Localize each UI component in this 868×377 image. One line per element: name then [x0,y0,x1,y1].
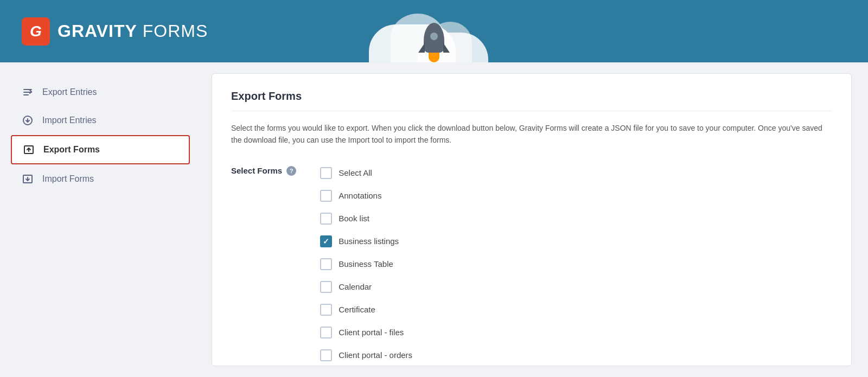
checkbox-book-list[interactable] [320,213,332,225]
form-label-business-table[interactable]: Business Table [339,259,393,269]
form-label-book-list[interactable]: Book list [339,214,369,223]
select-forms-label: Select Forms ? [231,163,296,176]
form-label-client-portal-orders[interactable]: Client portal - orders [339,350,412,360]
main-container: Export Entries Import Entries [0,62,868,377]
rocket-fin-right [443,43,450,53]
logo-text: GRAVITY FORMS [58,21,208,41]
content-card: Export Forms Select the forms you would … [212,73,852,366]
form-label-calendar[interactable]: Calendar [339,282,372,291]
description-text: Select the forms you would like to expor… [231,122,832,146]
export-entries-icon [22,86,34,98]
form-label-business-listings[interactable]: Business listings [339,237,399,246]
form-label-annotations[interactable]: Annotations [339,191,381,200]
form-item-calendar: Calendar [318,277,832,297]
checkbox-calendar[interactable] [320,281,332,293]
sidebar-item-import-forms[interactable]: Import Forms [11,165,190,193]
checkbox-business-table[interactable] [320,258,332,270]
rocket-fin-left [418,43,425,53]
rocket-flame [429,52,439,62]
sidebar-item-export-forms[interactable]: Export Forms [11,135,190,164]
form-item-client-portal-orders: Client portal - orders [318,345,832,366]
sidebar: Export Entries Import Entries [0,62,201,377]
import-entries-icon [22,114,34,126]
form-label-client-portal-files[interactable]: Client portal - files [339,328,404,337]
checkbox-annotations[interactable] [320,190,332,202]
form-item-select-all: Select All [318,163,832,183]
form-item-client-portal-files: Client portal - files [318,322,832,343]
checkbox-business-listings[interactable] [320,235,332,247]
form-item-annotations: Annotations [318,186,832,206]
form-label-certificate[interactable]: Certificate [339,305,375,314]
checkbox-certificate[interactable] [320,304,332,316]
checkbox-select-all[interactable] [320,167,332,179]
forms-list: Select AllAnnotationsBook listBusiness l… [318,163,832,366]
form-label-select-all[interactable]: Select All [339,168,372,177]
logo-icon: G [22,17,50,46]
sidebar-label-import-forms: Import Forms [42,174,94,184]
content-area: Export Forms Select the forms you would … [201,62,868,377]
sidebar-item-export-entries[interactable]: Export Entries [11,79,190,106]
import-forms-icon [22,173,34,185]
rocket-decoration [424,23,444,62]
logo: G GRAVITY FORMS [22,17,208,46]
form-item-book-list: Book list [318,208,832,229]
form-item-business-listings: Business listings [318,231,832,252]
page-title: Export Forms [231,90,832,111]
rocket-body [424,23,444,53]
form-item-certificate: Certificate [318,299,832,320]
checkbox-client-portal-files[interactable] [320,327,332,338]
header: G GRAVITY FORMS [0,0,868,62]
sidebar-label-import-entries: Import Entries [42,116,97,125]
sidebar-item-import-entries[interactable]: Import Entries [11,107,190,134]
export-forms-icon [23,144,35,156]
sidebar-label-export-entries: Export Entries [42,87,97,97]
form-item-business-table: Business Table [318,254,832,274]
rocket-window [430,33,438,40]
select-forms-section: Select Forms ? Select AllAnnotationsBook… [231,163,832,366]
checkbox-client-portal-orders[interactable] [320,349,332,361]
sidebar-label-export-forms: Export Forms [43,145,100,155]
help-icon[interactable]: ? [286,166,296,176]
